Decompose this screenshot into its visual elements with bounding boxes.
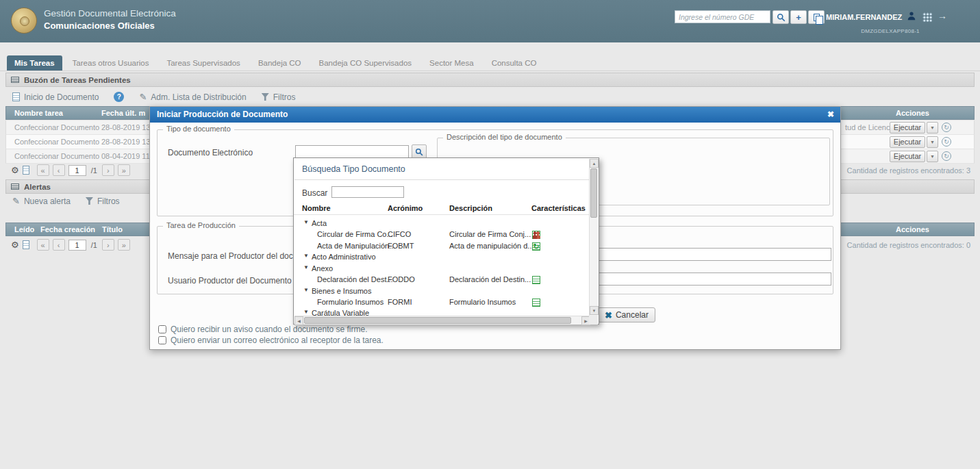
adm-lista-label: Adm. Lista de Distribución — [151, 92, 246, 102]
history-icon[interactable]: ↻ — [942, 137, 951, 147]
doc-type-row[interactable]: Acta de Manipulación... FOBMT Acta de ma… — [294, 241, 590, 251]
search-button[interactable] — [772, 10, 789, 24]
tab-bandeja-co-supervisados[interactable]: Bandeja CO Supervisados — [312, 55, 420, 71]
file-icon[interactable] — [23, 240, 29, 249]
group-name: Carátula Variable — [312, 309, 369, 316]
ejecutar-button[interactable]: Ejecutar — [890, 122, 925, 134]
copy-icon — [814, 14, 820, 21]
history-icon[interactable]: ↻ — [942, 151, 951, 161]
alerts-icon — [11, 183, 19, 190]
history-icon[interactable]: ↻ — [942, 123, 951, 132]
ejecutar-dropdown-button[interactable]: ▼ — [927, 122, 938, 134]
chevron-down-icon[interactable]: ▼ — [303, 287, 309, 293]
alerts-record-count: Cantidad de registros encontrados: 0 — [847, 241, 970, 249]
buscar-label: Buscar — [302, 188, 327, 198]
adm-lista-distribucion-button[interactable]: ✎ Adm. Lista de Distribución — [139, 92, 246, 102]
doc-type-name: Declaración del Dest... — [317, 275, 393, 283]
tree-group-row[interactable]: ▼ Acto Administrativo — [294, 252, 590, 262]
col-nombre-tarea[interactable]: Nombre tarea — [14, 109, 63, 117]
prev-page-button[interactable]: ‹ — [53, 239, 65, 251]
chevron-down-icon[interactable]: ▼ — [303, 264, 309, 270]
chevron-down-icon[interactable]: ▼ — [303, 253, 309, 259]
ejecutar-button[interactable]: Ejecutar — [890, 151, 925, 162]
col-descripcion[interactable]: Descripción — [449, 204, 492, 212]
doc-type-description: Declaración del Destin... — [449, 275, 531, 283]
pending-tasks-section-bar: Buzón de Tareas Pendientes — [5, 73, 975, 87]
chevron-down-icon[interactable]: ▼ — [303, 219, 309, 225]
cancel-button[interactable]: ✖ Cancelar — [598, 307, 655, 322]
documento-electronico-input[interactable] — [295, 145, 409, 158]
col-fecha[interactable]: Fecha últ. m — [101, 109, 145, 117]
first-page-button[interactable]: « — [37, 239, 49, 251]
doc-type-description: Circular de Firma Conj... — [449, 230, 531, 238]
buscar-tipo-documento-button[interactable] — [412, 144, 427, 159]
tab-consulta-co[interactable]: Consulta CO — [484, 55, 544, 71]
logout-icon[interactable]: → — [938, 10, 947, 21]
inicio-documento-button[interactable]: Inicio de Documento — [12, 92, 99, 102]
col-acciones: Acciones — [896, 225, 929, 233]
col-acronimo[interactable]: Acrónimo — [388, 204, 423, 212]
copy-button[interactable] — [808, 10, 825, 24]
tree-group-row[interactable]: ▼ Acta — [294, 218, 590, 229]
tab-tareas-otros-usuarios[interactable]: Tareas otros Usuarios — [65, 55, 157, 71]
col-leido[interactable]: Leído — [14, 225, 34, 233]
vertical-scrollbar[interactable]: ▲ ▼ — [589, 159, 598, 316]
horizontal-scrollbar[interactable]: ◀ ▶ — [294, 316, 590, 325]
apps-grid-icon[interactable] — [922, 12, 932, 22]
page-input[interactable] — [68, 165, 86, 176]
send-email-checkbox[interactable] — [158, 336, 166, 344]
help-icon[interactable]: ? — [114, 92, 124, 102]
doc-type-row[interactable]: Circular de Firma Co... CIFCO Circular d… — [294, 229, 590, 240]
tab-sector-mesa[interactable]: Sector Mesa — [422, 55, 481, 71]
nueva-alerta-button[interactable]: ✎ Nueva alerta — [12, 196, 71, 206]
gde-number-search-input[interactable] — [675, 10, 770, 23]
close-icon[interactable]: ✖ — [827, 107, 834, 123]
task-reference: tud de Licencia — [845, 123, 896, 131]
scroll-up-icon[interactable]: ▲ — [590, 159, 599, 168]
buscar-input[interactable] — [331, 186, 404, 198]
ejecutar-dropdown-button[interactable]: ▼ — [927, 151, 938, 162]
tree-group-row[interactable]: ▼ Carátula Variable — [294, 308, 590, 316]
col-nombre[interactable]: Nombre — [302, 204, 331, 212]
last-page-button[interactable]: » — [118, 239, 130, 251]
notify-sign-checkbox[interactable] — [158, 325, 166, 333]
task-name: Confeccionar Documento — [14, 123, 99, 131]
prev-page-button[interactable]: ‹ — [53, 164, 65, 176]
next-page-button[interactable]: › — [102, 164, 114, 176]
tree-group-row[interactable]: ▼ Anexo — [294, 264, 590, 274]
tab-mis-tareas[interactable]: Mis Tareas — [7, 55, 62, 71]
gear-icon[interactable]: ⚙ — [11, 165, 19, 175]
col-titulo[interactable]: Título — [102, 225, 123, 233]
user-icon[interactable] — [907, 11, 916, 23]
refresh-green-icon: ↻ — [532, 242, 540, 251]
last-page-button[interactable]: » — [118, 164, 130, 176]
ejecutar-dropdown-button[interactable]: ▼ — [927, 136, 938, 148]
first-page-button[interactable]: « — [37, 164, 49, 176]
new-document-button[interactable]: + — [790, 10, 807, 24]
page-input[interactable] — [68, 240, 86, 251]
filtros-button[interactable]: Filtros — [262, 92, 296, 102]
cancel-label: Cancelar — [616, 310, 649, 320]
tab-tareas-supervisados[interactable]: Tareas Supervisados — [159, 55, 247, 71]
scroll-down-icon[interactable]: ▼ — [590, 306, 599, 315]
alerts-filtros-button[interactable]: Filtros — [86, 197, 120, 206]
gear-icon[interactable]: ⚙ — [11, 240, 19, 250]
scroll-left-icon[interactable]: ◀ — [294, 316, 303, 325]
file-icon[interactable] — [23, 166, 29, 175]
notify-sign-label: Quiero recibir un aviso cuando el docume… — [171, 325, 367, 334]
col-fecha-creacion[interactable]: Fecha creación — [40, 225, 95, 233]
chevron-down-icon[interactable]: ▼ — [303, 309, 309, 315]
app-header: Gestión Documental Electrónica Comunicac… — [0, 0, 980, 42]
doc-type-row[interactable]: Formulario Insumos FORMI Formulario Insu… — [294, 297, 590, 307]
vertical-scroll-thumb[interactable] — [590, 168, 597, 218]
ejecutar-button[interactable]: Ejecutar — [890, 136, 925, 148]
tree-group-row[interactable]: ▼ Bienes e Insumos — [294, 286, 590, 296]
doc-type-description: Acta de manipulación d... — [449, 242, 534, 250]
page-total: /1 — [91, 241, 97, 249]
horizontal-scroll-thumb[interactable] — [304, 317, 571, 324]
doc-type-row[interactable]: Declaración del Dest... FODDO Declaració… — [294, 275, 590, 285]
next-page-button[interactable]: › — [102, 239, 114, 251]
tab-bandeja-co[interactable]: Bandeja CO — [251, 55, 309, 71]
username[interactable]: MIRIAM.FERNANDEZ — [826, 13, 902, 21]
pencil-icon: ✎ — [12, 196, 20, 206]
